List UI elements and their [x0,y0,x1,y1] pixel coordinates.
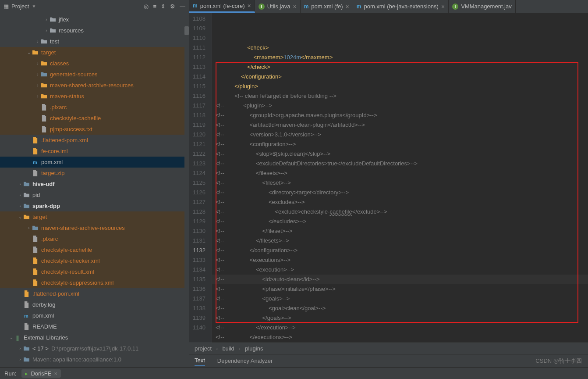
close-icon[interactable]: × [293,3,296,10]
code-content[interactable]: <check> <maxmem>1024m</maxmem> </check> … [212,13,588,343]
tree-node[interactable]: mpom.xml [0,157,189,168]
chevron-right-icon[interactable]: › [18,193,23,197]
tree-node[interactable]: checkstyle-cachefile [0,113,189,124]
code-line[interactable]: <maxmem>1024m</maxmem> [212,53,588,62]
tree-node[interactable]: fe-core.iml [0,146,189,157]
code-line[interactable]: <!-- <configuration>--> [212,139,588,149]
chevron-right-icon[interactable]: › [44,17,49,22]
tree-node[interactable]: ⌄target [0,47,189,58]
code-line[interactable]: <!-- </execution>--> [212,323,588,333]
editor-tab[interactable]: IVMManagement.jav [449,0,516,13]
chevron-right-icon[interactable]: › [44,28,49,33]
sub-tab[interactable]: Text [195,357,205,366]
tree-node[interactable]: .plxarc [0,233,189,244]
tree-node[interactable]: ›classes [0,58,189,69]
sidebar-title[interactable]: ▦ Project ▼ [4,3,140,10]
code-line[interactable]: </plugin> [212,82,588,91]
tree-node[interactable]: ⌄|||External Libraries [0,332,189,343]
code-line[interactable]: </check> [212,62,588,72]
tree-node[interactable]: .flattened-pom.xml [0,288,189,299]
code-line[interactable]: <!-- <goal>clean</goal>--> [212,304,588,313]
sub-tab[interactable]: Dependency Analyzer [217,358,273,364]
code-line[interactable]: <!-- <id>auto-clean</id>--> [212,275,588,284]
code-line[interactable]: <!-- <exclude>checkstyle-cachefile</excl… [212,207,588,217]
scrollbar[interactable] [184,13,189,367]
close-icon[interactable]: × [54,370,57,377]
chevron-right-icon[interactable]: › [35,94,40,99]
code-area[interactable]: 1108110911101111111211131114111511161117… [189,13,588,343]
tree-node[interactable]: checkstyle-checker.xml [0,255,189,266]
chevron-right-icon[interactable]: › [18,357,23,362]
project-tree[interactable]: ›jflex›resources›test⌄target›classes›gen… [0,13,189,367]
code-line[interactable]: <!-- <fileset>--> [212,178,588,188]
tree-node[interactable]: .flattened-pom.xml [0,135,189,146]
collapse-icon[interactable]: ⇕ [161,3,166,10]
code-line[interactable]: <!-- </executions>--> [212,333,588,342]
code-line[interactable]: <!-- </plugin>--> [212,342,588,343]
expand-icon[interactable]: ≡ [153,3,156,10]
breadcrumb-item[interactable]: project [195,345,212,352]
tree-node[interactable]: ›test [0,36,189,47]
chevron-right-icon[interactable]: › [18,346,23,351]
chevron-down-icon[interactable]: ⌄ [9,335,14,340]
gear-icon[interactable]: ⚙ [170,3,175,10]
chevron-right-icon[interactable]: › [35,83,40,88]
hide-icon[interactable]: — [180,3,185,10]
chevron-right-icon[interactable]: › [26,225,32,230]
tree-node[interactable]: derby.log [0,299,189,310]
editor-tab[interactable]: mpom.xml (fe)× [301,0,353,13]
close-icon[interactable]: × [248,2,251,9]
code-line[interactable]: <!-- <execution>--> [212,265,588,275]
code-line[interactable]: <!-- <directory>target</directory>--> [212,188,588,197]
code-line[interactable]: <!-- <goals>--> [212,294,588,304]
breadcrumb-item[interactable]: plugins [245,345,263,352]
code-line[interactable]: <!-- </filesets>--> [212,236,588,246]
tree-node[interactable]: ›Maven: aopalliance:aopalliance:1.0 [0,354,189,365]
code-line[interactable]: <!-- <excludes>--> [212,197,588,207]
close-icon[interactable]: × [346,3,349,10]
code-line[interactable]: <!-- <plugin>--> [212,101,588,111]
breadcrumb-item[interactable]: build [222,345,234,352]
code-line[interactable]: <!-- <version>3.1.0</version>--> [212,130,588,139]
code-line[interactable]: <!-- <filesets>--> [212,168,588,178]
tree-node[interactable]: ⌄target [0,211,189,222]
chevron-down-icon[interactable]: ⌄ [26,50,32,55]
tree-node[interactable]: README [0,321,189,332]
chevron-down-icon[interactable]: ⌄ [18,215,23,219]
tree-node[interactable]: pjmp-success.txt [0,124,189,135]
tree-node[interactable]: ›hive-udf [0,179,189,190]
tree-node[interactable]: .plxarc [0,102,189,113]
editor-tab[interactable]: mpom.xml (fe-core)× [189,0,255,13]
tree-node[interactable]: checkstyle-cachefile [0,244,189,255]
code-line[interactable]: <!-- <artifactId>maven-clean-plugin</art… [212,120,588,130]
locate-icon[interactable]: ◎ [144,3,149,10]
tree-node[interactable]: checkstyle-result.xml [0,266,189,277]
code-line[interactable]: <!-- </fileset>--> [212,226,588,236]
code-line[interactable]: <!-- </configuration>--> [212,246,588,255]
code-line[interactable]: <!-- <excludeDefaultDirectories>true</ex… [212,159,588,168]
tree-node[interactable]: ›< 17 >D:\program\soft\java17\jdk-17.0.1… [0,343,189,354]
chevron-right-icon[interactable]: › [35,39,40,44]
tree-node[interactable]: ›maven-shared-archive-resources [0,222,189,233]
chevron-right-icon[interactable]: › [18,182,23,186]
tree-node[interactable]: ›maven-shared-archive-resources [0,80,189,91]
tree-node[interactable]: ›spark-dpp [0,200,189,211]
run-tab[interactable]: ▸ DorisFE × [21,369,61,378]
code-line[interactable]: <!-- </goals>--> [212,313,588,323]
code-line[interactable]: <!-- <groupId>org.apache.maven.plugins</… [212,111,588,120]
tree-node[interactable]: ›resources [0,25,189,36]
editor-tab[interactable]: mpom.xml (be-java-extensions)× [353,0,449,13]
breadcrumb[interactable]: project›build›plugins [189,343,588,354]
tree-node[interactable]: ›pid [0,190,189,200]
editor-tab[interactable]: IUtils.java× [255,0,301,13]
tree-node[interactable]: ›jflex [0,14,189,25]
code-line[interactable]: <!-- </excludes>--> [212,217,588,226]
chevron-right-icon[interactable]: › [35,72,40,77]
chevron-right-icon[interactable]: › [18,204,23,208]
tree-node[interactable]: ›generated-sources [0,69,189,80]
tree-node[interactable]: checkstyle-suppressions.xml [0,277,189,288]
close-icon[interactable]: × [441,3,445,10]
tree-node[interactable]: ›maven-status [0,91,189,102]
code-line[interactable]: <!-- <phase>initialize</phase>--> [212,284,588,294]
chevron-right-icon[interactable]: › [35,61,40,66]
